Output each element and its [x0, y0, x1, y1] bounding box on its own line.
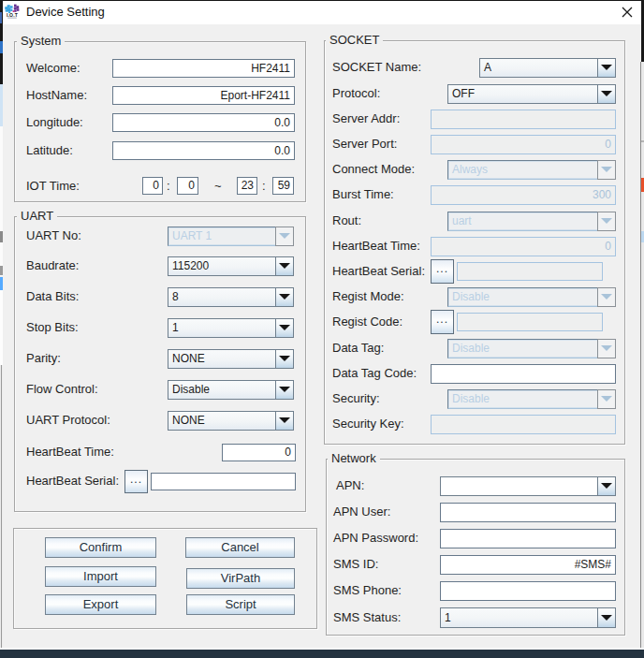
- svg-text:I.O.T: I.O.T: [7, 12, 18, 18]
